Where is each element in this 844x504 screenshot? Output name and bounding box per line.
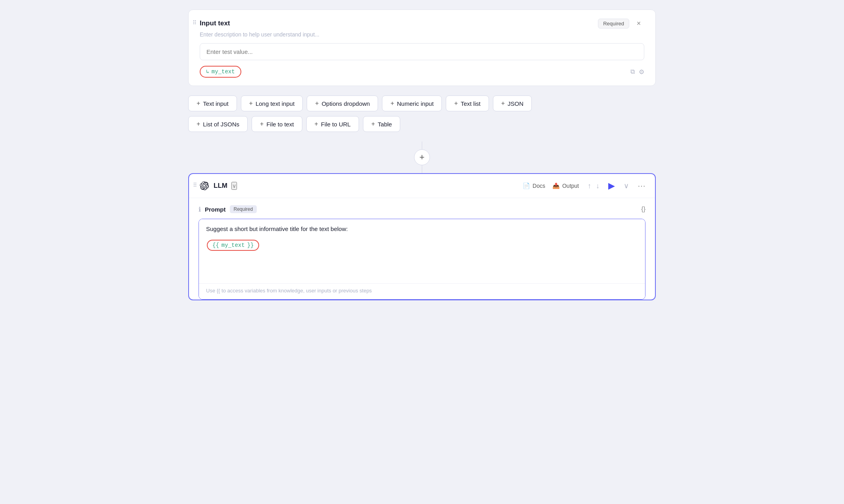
run-button[interactable]: ▶ (608, 181, 615, 191)
add-long-text-input-button[interactable]: + Long text input (241, 95, 303, 111)
prompt-label-left: ℹ Prompt Required (199, 205, 257, 213)
docs-icon: 📄 (523, 182, 530, 189)
add-file-to-text-button[interactable]: + File to text (252, 116, 302, 132)
prompt-label: Prompt (205, 206, 226, 213)
arrow-icon: ↳ (206, 69, 209, 75)
prompt-text: Suggest a short but informative title fo… (206, 225, 348, 232)
add-text-input-button[interactable]: + Text input (188, 95, 237, 111)
add-file-to-url-label: File to URL (321, 121, 351, 128)
more-options-button[interactable]: ⋯ (638, 181, 645, 191)
plus-icon: + (501, 100, 505, 107)
card-title: Input text (200, 19, 230, 27)
prompt-variable-name: my_text (222, 242, 245, 248)
llm-card: ⠿ LLM ∨ 📄 Docs 📤 Output (188, 173, 656, 300)
llm-dropdown-button[interactable]: ∨ (231, 182, 237, 190)
add-list-of-jsons-label: List of JSONs (203, 121, 239, 128)
plus-icon: + (454, 100, 458, 107)
add-file-to-text-label: File to text (266, 121, 294, 128)
prompt-variable-braces-close: }} (247, 242, 254, 248)
plus-icon: + (260, 120, 264, 128)
close-button[interactable]: × (633, 18, 644, 29)
drag-handle-icon[interactable]: ⠿ (193, 19, 197, 26)
prompt-variable-tag: {{ my_text }} (207, 240, 259, 251)
docs-label: Docs (533, 183, 545, 189)
add-table-label: Table (378, 121, 392, 128)
add-options-dropdown-label: Options dropdown (322, 100, 370, 107)
card-header-right: Required × (598, 18, 644, 29)
info-icon: ℹ (199, 206, 201, 213)
openai-logo-icon (199, 180, 210, 191)
move-down-button[interactable]: ↓ (594, 181, 601, 191)
prompt-textarea[interactable] (199, 261, 645, 283)
expand-button[interactable]: ∨ (622, 181, 630, 191)
arrow-nav: ↑ ↓ (586, 181, 601, 191)
divider-section: + (188, 141, 656, 173)
llm-title: LLM (214, 182, 227, 190)
add-json-button[interactable]: + JSON (493, 95, 532, 111)
output-label: Output (562, 183, 579, 189)
card-footer-right: ⧉ ⚙ (630, 68, 644, 76)
settings-button[interactable]: ⚙ (639, 68, 644, 76)
plus-icon: + (249, 100, 253, 107)
add-buttons-row-1: + Text input + Long text input + Options… (188, 95, 656, 111)
add-table-button[interactable]: + Table (363, 116, 400, 132)
add-numeric-input-label: Numeric input (397, 100, 434, 107)
copy-button[interactable]: ⧉ (630, 68, 635, 75)
plus-icon: + (315, 100, 319, 107)
llm-header-left: LLM ∨ (199, 180, 237, 191)
card-footer: ↳ my_text ⧉ ⚙ (200, 66, 644, 78)
add-options-dropdown-button[interactable]: + Options dropdown (307, 95, 378, 111)
variable-tag: ↳ my_text (200, 66, 241, 78)
prompt-label-row: ℹ Prompt Required {} (199, 205, 645, 213)
add-text-input-label: Text input (203, 100, 228, 107)
add-numeric-input-button[interactable]: + Numeric input (382, 95, 442, 111)
plus-icon: + (315, 120, 318, 128)
prompt-section: ℹ Prompt Required {} Suggest a short but… (189, 198, 655, 300)
plus-icon: + (197, 100, 200, 107)
prompt-required-badge: Required (230, 205, 257, 213)
output-button[interactable]: 📤 Output (552, 182, 579, 189)
add-long-text-input-label: Long text input (256, 100, 294, 107)
llm-drag-handle-icon[interactable]: ⠿ (193, 182, 197, 188)
add-file-to-url-button[interactable]: + File to URL (306, 116, 359, 132)
input-text-card: ⠿ Input text Required × Enter descriptio… (188, 10, 656, 86)
llm-header: LLM ∨ 📄 Docs 📤 Output ↑ ↓ ▶ ∨ ⋯ (189, 174, 655, 198)
required-badge: Required (598, 19, 629, 29)
plus-icon: + (197, 120, 200, 128)
add-text-list-label: Text list (461, 100, 481, 107)
add-text-list-button[interactable]: + Text list (446, 95, 489, 111)
plus-icon: + (371, 120, 375, 128)
plus-icon: + (390, 100, 394, 107)
prompt-content: Suggest a short but informative title fo… (199, 219, 645, 261)
add-buttons-row-2: + List of JSONs + File to text + File to… (188, 116, 656, 132)
add-json-label: JSON (508, 100, 523, 107)
variable-name: my_text (212, 69, 235, 75)
prompt-hint: Use {{ to access variables from knowledg… (199, 283, 645, 299)
output-icon: 📤 (552, 182, 560, 189)
test-value-input[interactable] (200, 43, 644, 60)
prompt-textarea-wrapper: Suggest a short but informative title fo… (199, 219, 645, 300)
add-buttons-section: + Text input + Long text input + Options… (188, 95, 656, 132)
llm-header-right: 📄 Docs 📤 Output ↑ ↓ ▶ ∨ ⋯ (523, 181, 645, 191)
braces-icon[interactable]: {} (641, 206, 645, 213)
move-up-button[interactable]: ↑ (586, 181, 593, 191)
card-header: Input text Required × (200, 18, 644, 29)
docs-button[interactable]: 📄 Docs (523, 182, 545, 189)
card-description: Enter description to help user understan… (200, 31, 644, 38)
add-step-button[interactable]: + (414, 149, 430, 165)
add-list-of-jsons-button[interactable]: + List of JSONs (188, 116, 248, 132)
prompt-variable-braces-open: {{ (212, 242, 219, 248)
